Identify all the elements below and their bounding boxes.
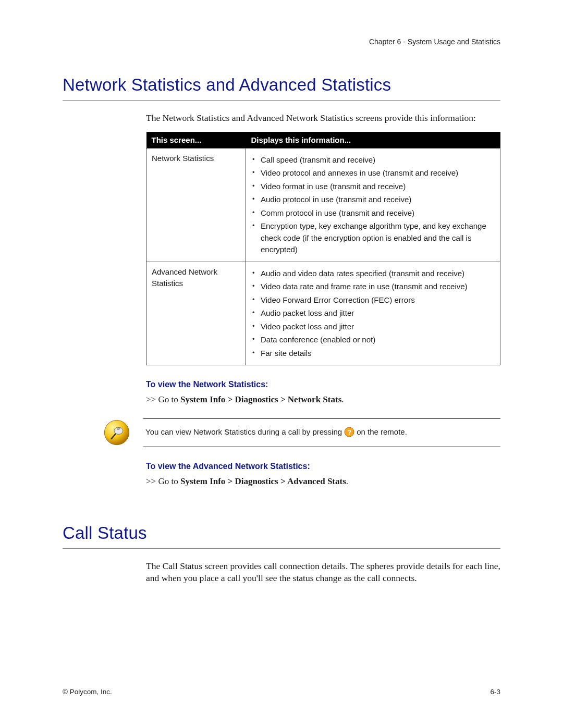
step-suffix: . — [341, 394, 344, 404]
note-text-post: on the remote. — [357, 426, 407, 438]
help-icon: ? — [344, 427, 354, 437]
list-item: Video format in use (transmit and receiv… — [251, 181, 495, 193]
list-item: Video data rate and frame rate in use (t… — [251, 281, 495, 293]
footer-right: 6-3 — [490, 688, 500, 696]
heading-network-statistics: Network Statistics and Advanced Statisti… — [63, 75, 500, 101]
list-item: Encryption type, key exchange algorithm … — [251, 220, 495, 256]
step-adv-stats: >> Go to System Info > Diagnostics > Adv… — [146, 476, 500, 487]
table-row: Network Statistics Call speed (transmit … — [146, 148, 500, 262]
body-column: The Network Statistics and Advanced Netw… — [146, 112, 500, 487]
table-cell-label: Network Statistics — [146, 148, 246, 262]
table-cell-content: Audio and video data rates specified (tr… — [246, 262, 500, 365]
subhead-view-adv-network-stats: To view the Advanced Network Statistics: — [146, 462, 500, 471]
list-item: Video protocol and annexes in use (trans… — [251, 167, 495, 179]
list-item: Call speed (transmit and receive) — [251, 154, 495, 166]
list-item: Audio and video data rates specified (tr… — [251, 268, 495, 280]
step-network-stats: >> Go to System Info > Diagnostics > Net… — [146, 394, 500, 405]
list-item: Audio protocol in use (transmit and rece… — [251, 194, 495, 206]
footer-left: © Polycom, Inc. — [63, 688, 112, 696]
table-cell-label: Advanced Network Statistics — [146, 262, 246, 365]
list-item: Comm protocol in use (transmit and recei… — [251, 207, 495, 219]
subhead-view-network-stats: To view the Network Statistics: — [146, 380, 500, 389]
table-cell-content: Call speed (transmit and receive) Video … — [246, 148, 500, 262]
running-header: Chapter 6 - System Usage and Statistics — [369, 38, 500, 46]
heading-call-status: Call Status — [63, 523, 500, 549]
list-item: Audio packet loss and jitter — [251, 307, 495, 319]
note-box: You can view Network Statistics during a… — [143, 418, 500, 447]
list-item: Video Forward Error Correction (FEC) err… — [251, 294, 495, 306]
note-row: You can view Network Statistics during a… — [102, 418, 500, 447]
note-text-pre: You can view Network Statistics during a… — [145, 426, 342, 438]
list-item: Far site details — [251, 348, 495, 360]
svg-text:?: ? — [347, 428, 351, 436]
step-path: System Info > Diagnostics > Advanced Sta… — [180, 476, 346, 486]
page: Chapter 6 - System Usage and Statistics … — [0, 0, 563, 728]
step-path: System Info > Diagnostics > Network Stat… — [180, 394, 341, 404]
info-table: This screen... Displays this information… — [146, 132, 500, 366]
list-item: Data conference (enabled or not) — [251, 334, 495, 346]
table-head-col2: Displays this information... — [246, 132, 500, 149]
call-status-body: The Call Status screen provides call con… — [146, 560, 500, 585]
footer: © Polycom, Inc. 6-3 — [63, 688, 500, 696]
step-prefix: >> Go to — [146, 394, 180, 404]
pushpin-icon — [102, 418, 132, 447]
table-row: Advanced Network Statistics Audio and vi… — [146, 262, 500, 365]
intro-paragraph: The Network Statistics and Advanced Netw… — [146, 112, 500, 125]
table-head-col1: This screen... — [146, 132, 246, 149]
list-item: Video packet loss and jitter — [251, 321, 495, 333]
step-prefix: >> Go to — [146, 476, 180, 486]
step-suffix: . — [346, 476, 348, 486]
